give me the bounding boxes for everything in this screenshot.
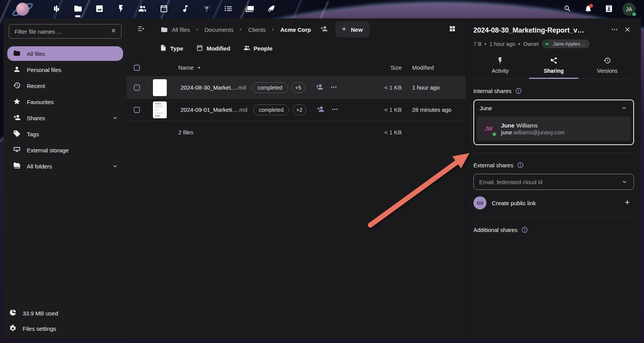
external-storage-icon [13,146,27,155]
close-icon [110,28,117,35]
internal-shares-heading: Internal shares [473,87,634,95]
row-checkbox[interactable] [133,84,153,91]
file-name[interactable]: 2024-08-30_Market….md [181,84,246,91]
chevron-down-icon[interactable] [618,176,631,188]
file-meta-owner-label: Owner [523,41,539,47]
app-activity[interactable] [113,1,129,18]
lightning-icon [117,4,125,15]
chevron-right-icon [195,27,200,32]
sidebar-item-tags[interactable]: Tags [7,127,123,141]
files-settings[interactable]: Files settings [7,321,123,336]
app-music[interactable] [177,1,193,18]
chevron-right-icon [238,27,243,32]
more-tags-badge[interactable]: +5 [291,82,305,93]
plus-icon [341,26,347,33]
breadcrumb-current-folder[interactable]: Acme Corp [279,24,312,35]
app-calendar[interactable] [156,1,172,18]
filter-chip-modified[interactable]: Modified [196,44,230,52]
person-plus-icon [320,25,328,34]
files-sidebar: All files Personal files Recent Favourit… [3,18,127,339]
create-public-link-row[interactable]: Create public link [473,196,634,210]
app-quill[interactable] [263,1,279,18]
more-tags-badge[interactable]: +2 [292,105,306,115]
tag-badge[interactable]: completed [252,82,288,93]
list-icon [224,4,233,15]
breadcrumb-clients[interactable]: Clients [246,24,267,35]
share-search-input[interactable] [480,105,618,111]
table-row[interactable]: 2024-09-01_Marketi….md completed +2 < 1 … [127,99,466,121]
collapse-sidebar-button[interactable] [133,22,148,37]
share-button[interactable] [314,103,327,116]
column-header-name[interactable]: Name [175,64,360,71]
breadcrumb-documents[interactable]: Documents [203,24,235,35]
search-button[interactable] [559,1,576,18]
close-panel-button[interactable] [621,24,634,37]
app-dashboard[interactable] [48,1,64,18]
filter-clear-button[interactable] [108,26,119,37]
tab-sharing[interactable]: Sharing [527,54,581,78]
info-icon[interactable] [521,226,528,234]
tab-activity[interactable]: Activity [473,54,527,78]
contacts-menu-button[interactable] [600,1,617,18]
row-actions-button[interactable] [327,81,340,94]
sidebar-item-label: Shares [27,115,45,121]
chevron-down-icon[interactable] [108,111,122,124]
select-all-checkbox[interactable] [133,64,153,72]
app-contacts[interactable] [134,1,150,18]
row-checkbox[interactable] [133,106,153,114]
app-tasks[interactable] [220,1,236,18]
meta-separator: • [485,41,486,47]
filter-chip-people[interactable]: People [243,44,273,52]
add-public-link-button[interactable] [620,196,634,210]
file-meta-size: 7 B [473,41,481,47]
info-icon[interactable] [515,87,522,95]
sidebar-item-label: Personal files [27,67,61,73]
notifications-button[interactable] [580,1,596,18]
app-photos[interactable] [91,1,107,18]
chevron-up-icon[interactable] [618,102,630,114]
app-money[interactable] [242,1,258,18]
lightning-icon [496,57,504,65]
sparkle-star-icon [202,4,211,15]
grid-view-button[interactable] [445,22,460,37]
row-actions-button[interactable] [329,103,342,116]
sidebar-item-favourites[interactable]: Favourites [7,95,123,109]
sidebar-item-all-folders[interactable]: All folders [7,159,123,173]
nextcloud-logo[interactable] [12,1,33,18]
sidebar-item-shares[interactable]: Shares [7,111,123,125]
sidebar-item-label: Recent [27,83,45,89]
share-button[interactable] [313,81,326,94]
sidebar-item-all-files[interactable]: All files [7,46,123,61]
sidebar-item-personal-files[interactable]: Personal files [7,62,123,77]
info-icon[interactable] [517,162,524,169]
user-avatar[interactable]: JA [623,3,636,16]
share-suggestion-item[interactable]: JW JuneWilliams june.williams@junovy.com [477,116,631,141]
share-folder-button[interactable] [316,22,332,37]
filter-chips: Type Modified People [127,41,466,56]
music-note-icon [181,4,190,15]
breadcrumb-all-files[interactable]: All files [159,24,192,36]
user-initials: JA [626,6,632,12]
sidebar-item-label: All folders [27,163,52,170]
file-modified: 28 minutes ago [402,106,466,113]
plus-icon [624,199,631,207]
sidebar-item-recent[interactable]: Recent [7,78,123,93]
column-header-size[interactable]: Size [360,64,402,71]
external-share-input[interactable] [479,179,618,185]
app-assistant[interactable] [199,1,215,18]
person-plus-icon [317,105,324,114]
filter-input[interactable] [9,24,122,39]
chevron-down-icon[interactable] [108,160,122,173]
sidebar-item-external-storage[interactable]: External storage [7,143,123,157]
app-files[interactable] [70,1,86,18]
filter-chip-type[interactable]: Type [160,44,183,52]
storage-usage[interactable]: 33.9 MB used [7,305,123,321]
file-name[interactable]: 2024-09-01_Marketi….md [181,106,247,113]
tab-versions[interactable]: Versions [580,54,634,78]
new-button[interactable]: New [335,21,370,38]
column-header-modified[interactable]: Modified [402,64,466,71]
panel-actions-button[interactable] [608,24,621,37]
table-row[interactable]: 2024-08-30_Market….md completed +5 < 1 K… [127,77,466,99]
tag-badge[interactable]: completed [253,105,289,115]
share-icon [550,57,558,65]
